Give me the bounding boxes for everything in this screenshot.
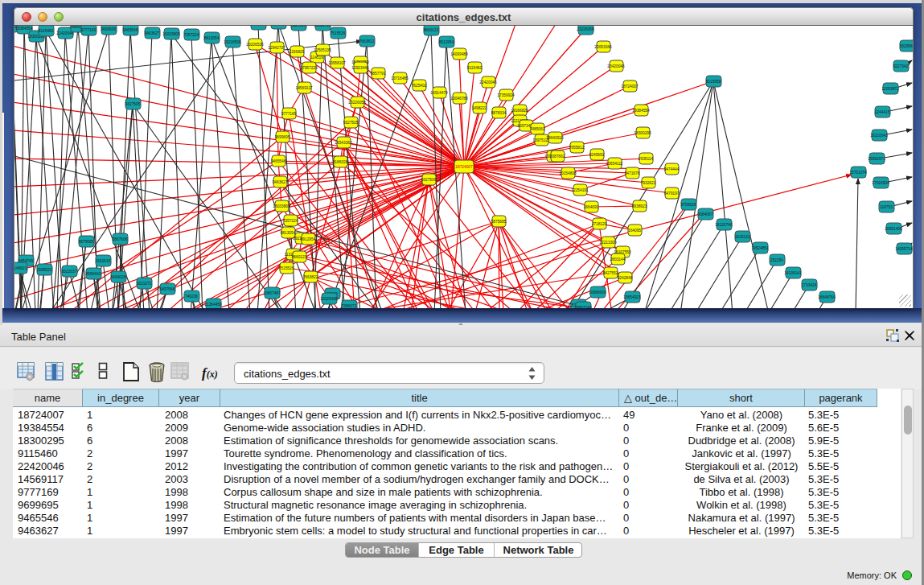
svg-text:14055714: 14055714	[895, 247, 913, 251]
svg-text:16543362: 16543362	[249, 26, 267, 27]
svg-text:6497568: 6497568	[160, 287, 175, 291]
svg-text:7357224: 7357224	[184, 33, 199, 37]
svg-text:7932621: 7932621	[641, 181, 656, 185]
svg-text:19654923: 19654923	[623, 295, 641, 299]
svg-text:9756928: 9756928	[681, 203, 696, 207]
svg-text:15692971: 15692971	[868, 157, 885, 161]
svg-text:10046788: 10046788	[450, 97, 468, 101]
svg-text:19218506: 19218506	[224, 40, 241, 44]
svg-text:21364456: 21364456	[204, 303, 222, 307]
svg-text:746206: 746206	[185, 295, 198, 299]
svg-text:9699695: 9699695	[275, 135, 290, 139]
svg-text:16648764: 16648764	[818, 295, 836, 299]
svg-text:8322037: 8322037	[62, 270, 77, 274]
svg-text:7515526: 7515526	[331, 31, 346, 35]
svg-text:9465546: 9465546	[271, 159, 286, 163]
svg-text:9777169: 9777169	[281, 112, 297, 116]
svg-text:8990443: 8990443	[86, 272, 101, 276]
svg-text:19384554: 19384554	[15, 27, 33, 31]
svg-text:7663822: 7663822	[359, 39, 375, 43]
svg-text:2718120: 2718120	[592, 222, 607, 226]
svg-text:7955812: 7955812	[569, 146, 585, 150]
svg-text:9699695: 9699695	[101, 27, 117, 31]
svg-text:18640910: 18640910	[546, 136, 564, 140]
svg-text:23420046: 23420046	[607, 64, 625, 68]
svg-text:7515526: 7515526	[279, 266, 294, 270]
svg-text:9245652: 9245652	[589, 153, 605, 157]
svg-text:9327506: 9327506	[291, 26, 306, 27]
svg-text:23226058: 23226058	[348, 101, 366, 105]
svg-text:22420046: 22420046	[479, 80, 497, 84]
svg-text:1733426: 1733426	[802, 283, 817, 287]
svg-text:14099489: 14099489	[450, 52, 468, 56]
svg-text:2803144: 2803144	[610, 257, 626, 262]
svg-text:5875685: 5875685	[79, 240, 94, 244]
svg-text:8427552: 8427552	[603, 271, 618, 275]
svg-text:17016504: 17016504	[872, 181, 889, 185]
svg-text:1664091: 1664091	[584, 205, 599, 209]
svg-text:1621072: 1621072	[137, 282, 152, 286]
svg-text:12942737: 12942737	[268, 46, 285, 50]
svg-text:2935114: 2935114	[639, 157, 654, 161]
svg-text:7386372: 7386372	[342, 304, 357, 308]
svg-text:11325419: 11325419	[314, 26, 331, 27]
svg-text:10654112: 10654112	[606, 162, 623, 166]
svg-text:7625402: 7625402	[412, 84, 427, 88]
svg-text:9857791: 9857791	[371, 72, 386, 76]
svg-text:16914479: 16914479	[430, 91, 448, 95]
svg-text:19524851: 19524851	[751, 246, 769, 250]
svg-text:1156829: 1156829	[290, 50, 305, 54]
svg-text:9327505: 9327505	[125, 102, 141, 106]
svg-text:23226058: 23226058	[577, 27, 594, 31]
svg-text:19166829: 19166829	[511, 109, 528, 113]
svg-text:13716485: 13716485	[391, 76, 409, 80]
svg-text:5875685: 5875685	[491, 220, 507, 224]
svg-text:10025438: 10025438	[320, 297, 338, 301]
svg-text:16543362: 16543362	[335, 141, 352, 145]
svg-text:164095: 164095	[628, 229, 641, 233]
svg-text:8912954: 8912954	[301, 237, 316, 241]
svg-text:9327505: 9327505	[343, 121, 359, 125]
svg-text:17359924: 17359924	[497, 93, 515, 97]
svg-text:12254191: 12254191	[571, 188, 589, 192]
svg-text:8660123: 8660123	[424, 28, 439, 32]
svg-text:12505135: 12505135	[314, 48, 331, 52]
svg-text:8660123: 8660123	[292, 255, 307, 259]
svg-text:18724007: 18724007	[455, 165, 473, 169]
svg-text:8215958: 8215958	[706, 80, 721, 84]
svg-text:8878334: 8878334	[491, 111, 507, 115]
svg-text:8938923: 8938923	[632, 204, 647, 208]
svg-text:19384554: 19384554	[632, 109, 650, 113]
svg-text:9115460: 9115460	[467, 66, 483, 70]
svg-text:22420046: 22420046	[56, 31, 74, 35]
svg-text:9463627: 9463627	[145, 31, 160, 35]
svg-text:7357224: 7357224	[283, 219, 298, 223]
svg-text:2867608: 2867608	[113, 237, 128, 241]
svg-text:16033809: 16033809	[273, 204, 290, 208]
svg-text:12213309: 12213309	[599, 241, 617, 245]
svg-text:1562615: 1562615	[96, 259, 111, 263]
svg-text:9115460: 9115460	[39, 29, 54, 33]
svg-text:17957223: 17957223	[300, 66, 318, 70]
svg-text:9463627: 9463627	[273, 180, 288, 184]
svg-text:1615132: 1615132	[735, 235, 750, 239]
svg-text:114519: 114519	[310, 56, 323, 60]
svg-text:9327506: 9327506	[421, 178, 437, 182]
svg-text:116753: 116753	[880, 205, 893, 209]
svg-text:18300295: 18300295	[634, 131, 651, 135]
svg-text:1588520: 1588520	[37, 268, 52, 272]
svg-text:8813054: 8813054	[281, 231, 296, 235]
svg-text:10688609: 10688609	[589, 290, 606, 295]
svg-text:8912954: 8912954	[439, 40, 454, 44]
svg-text:10958107: 10958107	[328, 61, 346, 65]
svg-text:20691406: 20691406	[885, 227, 902, 231]
svg-text:7663822: 7663822	[303, 275, 318, 279]
svg-text:10807487: 10807487	[263, 291, 281, 295]
svg-text:6479197: 6479197	[664, 192, 680, 196]
svg-text:252254: 252254	[770, 258, 783, 262]
svg-text:18724007: 18724007	[621, 84, 639, 89]
svg-text:9777169: 9777169	[81, 28, 97, 32]
svg-text:9146821: 9146821	[14, 266, 27, 270]
svg-text:10154808: 10154808	[559, 171, 577, 175]
svg-text:15751074: 15751074	[849, 171, 867, 175]
